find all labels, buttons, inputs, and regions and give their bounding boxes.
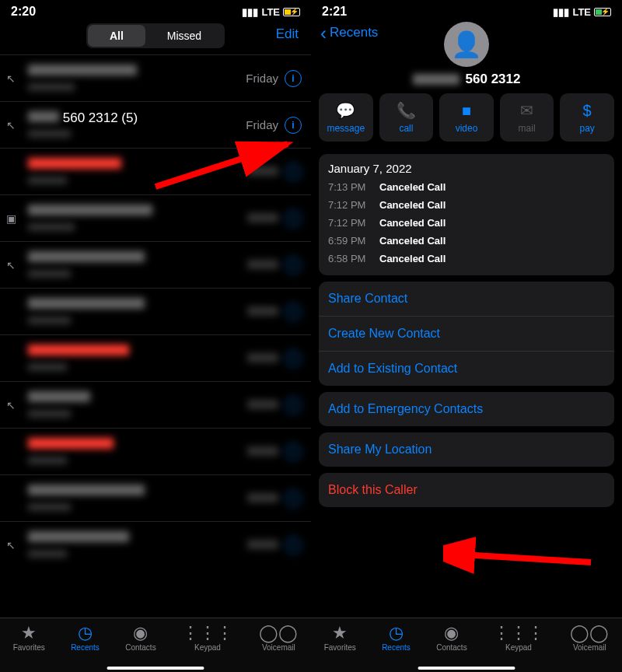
tab-recents[interactable]: ◷Recents	[382, 625, 411, 652]
info-icon[interactable]: i	[285, 117, 302, 134]
video-button[interactable]: ■video	[439, 93, 494, 142]
recent-row[interactable]: ↖ Friday i	[0, 54, 311, 101]
home-indicator[interactable]	[418, 667, 515, 670]
info-icon[interactable]: i	[285, 537, 302, 554]
tab-favorites[interactable]: ★Favorites	[324, 625, 356, 652]
tab-bar: ★Favorites ◷Recents ◉Contacts ⋮⋮⋮Keypad …	[0, 618, 311, 672]
add-existing-option[interactable]: Add to Existing Contact	[319, 351, 614, 386]
recent-row-target[interactable]: ↖ 560 2312 (5) Friday i	[0, 101, 311, 148]
clock-icon: ◷	[389, 625, 404, 642]
recent-row[interactable]: i	[0, 428, 311, 474]
tab-keypad[interactable]: ⋮⋮⋮Keypad	[182, 625, 233, 652]
call-log-row: 6:58 PMCanceled Call	[328, 250, 605, 268]
info-icon[interactable]: i	[285, 397, 302, 414]
block-caller-option[interactable]: Block this Caller	[319, 473, 614, 507]
network-label: LTE	[572, 6, 591, 18]
video-icon: ■	[462, 102, 471, 120]
info-icon[interactable]: i	[285, 210, 302, 227]
keypad-icon: ⋮⋮⋮	[493, 625, 544, 642]
tab-recents[interactable]: ◷Recents	[71, 625, 100, 652]
create-contact-option[interactable]: Create New Contact	[319, 316, 614, 351]
contact-number: 560 2312	[413, 72, 521, 87]
segmented-header: All Missed Edit	[0, 20, 311, 54]
recent-row[interactable]: i	[0, 148, 311, 194]
status-bar: 2:20 ▮▮▮ LTE ⚡	[0, 0, 311, 20]
info-icon[interactable]: i	[285, 257, 302, 274]
recent-row[interactable]: ▣ i	[0, 194, 311, 241]
recent-row[interactable]: i	[0, 474, 311, 521]
network-label: LTE	[261, 6, 280, 18]
tab-keypad[interactable]: ⋮⋮⋮Keypad	[493, 625, 544, 652]
person-icon: 👤	[451, 30, 482, 59]
contact-icon: ◉	[133, 625, 148, 642]
call-log-row: 7:12 PMCanceled Call	[328, 196, 605, 214]
signal-icon: ▮▮▮	[553, 6, 569, 18]
star-icon: ★	[21, 625, 37, 642]
segment-missed[interactable]: Missed	[145, 25, 223, 47]
contact-name: 560 2312 (5)	[28, 110, 246, 126]
recent-row[interactable]: ↖ i	[0, 241, 311, 288]
status-time: 2:21	[322, 5, 347, 19]
battery-icon: ⚡	[594, 8, 611, 16]
pay-button[interactable]: $pay	[560, 93, 614, 142]
action-buttons: 💬message 📞call ■video ✉mail $pay	[311, 87, 622, 148]
info-icon[interactable]: i	[285, 303, 302, 320]
number-prefix-redacted	[413, 74, 460, 85]
status-right: ▮▮▮ LTE ⚡	[553, 6, 611, 18]
pay-icon: $	[583, 102, 592, 120]
share-location-option[interactable]: Share My Location	[319, 432, 614, 467]
call-log-date: January 7, 2022	[328, 162, 605, 175]
status-right: ▮▮▮ LTE ⚡	[242, 6, 300, 18]
recents-screen: 2:20 ▮▮▮ LTE ⚡ All Missed Edit ↖ Friday …	[0, 0, 311, 672]
info-icon[interactable]: i	[285, 163, 302, 180]
call-log-row: 7:12 PMCanceled Call	[328, 214, 605, 232]
tab-voicemail[interactable]: ◯◯Voicemail	[259, 625, 298, 652]
call-date-redacted	[247, 165, 278, 178]
info-icon[interactable]: i	[285, 350, 302, 367]
tab-voicemail[interactable]: ◯◯Voicemail	[570, 625, 609, 652]
recent-row[interactable]: i	[0, 288, 311, 334]
message-icon: 💬	[336, 101, 355, 120]
clock-icon: ◷	[78, 625, 93, 642]
battery-icon: ⚡	[283, 8, 300, 16]
status-time: 2:20	[11, 5, 36, 19]
back-button[interactable]: Recents	[330, 25, 378, 40]
emergency-card: Add to Emergency Contacts	[319, 392, 614, 426]
outgoing-call-icon: ↖	[6, 259, 16, 271]
call-button[interactable]: 📞call	[379, 93, 434, 142]
segmented-control[interactable]: All Missed	[86, 23, 225, 48]
edit-button[interactable]: Edit	[276, 26, 299, 42]
segment-all[interactable]: All	[88, 25, 145, 47]
info-icon[interactable]: i	[285, 443, 302, 460]
outgoing-call-icon: ↖	[6, 119, 16, 131]
contact-options-card: Share Contact Create New Contact Add to …	[319, 282, 614, 386]
phone-icon: 📞	[397, 101, 416, 120]
call-log-card: January 7, 2022 7:13 PMCanceled Call 7:1…	[319, 154, 614, 275]
back-chevron-icon[interactable]: ‹	[320, 26, 327, 40]
svg-line-1	[463, 555, 591, 562]
info-icon[interactable]: i	[285, 490, 302, 507]
annotation-arrow	[443, 535, 599, 574]
recent-row[interactable]: ↖ i	[0, 381, 311, 428]
location-card: Share My Location	[319, 432, 614, 467]
call-date: Friday	[246, 72, 278, 85]
recent-row[interactable]: i	[0, 334, 311, 381]
tab-contacts[interactable]: ◉Contacts	[125, 625, 156, 652]
add-emergency-option[interactable]: Add to Emergency Contacts	[319, 392, 614, 426]
recent-row[interactable]: ↖ i	[0, 521, 311, 568]
mail-button: ✉mail	[500, 93, 554, 142]
recents-list[interactable]: ↖ Friday i ↖ 560 2312 (5) Friday i i ▣	[0, 54, 311, 614]
voicemail-icon: ◯◯	[259, 625, 298, 642]
tab-contacts[interactable]: ◉Contacts	[436, 625, 466, 652]
call-log-row: 6:59 PMCanceled Call	[328, 232, 605, 250]
mail-icon: ✉	[520, 101, 533, 120]
info-icon[interactable]: i	[285, 70, 302, 87]
home-indicator[interactable]	[107, 667, 204, 670]
contact-detail-screen: 2:21 ▮▮▮ LTE ⚡ ‹ Recents 👤 560 2312 💬mes…	[311, 0, 622, 672]
share-contact-option[interactable]: Share Contact	[319, 282, 614, 316]
video-call-icon: ▣	[6, 212, 16, 225]
tab-bar: ★Favorites ◷Recents ◉Contacts ⋮⋮⋮Keypad …	[311, 618, 622, 672]
message-button[interactable]: 💬message	[319, 93, 373, 142]
avatar: 👤	[444, 22, 489, 67]
tab-favorites[interactable]: ★Favorites	[13, 625, 45, 652]
